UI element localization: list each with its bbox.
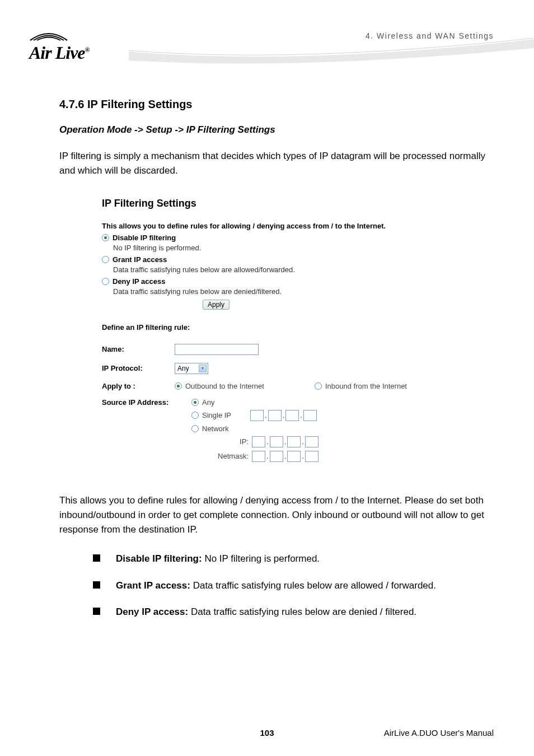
bullet-item: Disable IP filtering: No IP filtering is… bbox=[93, 552, 497, 566]
page-number: 103 bbox=[260, 728, 274, 738]
radio-icon bbox=[191, 412, 199, 419]
name-row: Name: bbox=[102, 344, 460, 355]
network-ip-label: IP: bbox=[217, 437, 249, 446]
src-any-radio[interactable]: Any bbox=[191, 398, 318, 407]
protocol-select[interactable]: Any ▾ bbox=[175, 363, 208, 374]
logo-text: Air Live® bbox=[29, 43, 90, 63]
mode-deny-sub: Data traffic satisfying rules below are … bbox=[113, 287, 460, 296]
src-label: Source IP Address: bbox=[102, 398, 191, 465]
radio-icon bbox=[102, 278, 109, 285]
define-rule-label: Define an IP filtering rule: bbox=[102, 323, 460, 332]
ip-octet-input[interactable] bbox=[270, 451, 283, 462]
mode-disable-sub: No IP filtering is performed. bbox=[113, 244, 460, 252]
bullet-list: Disable IP filtering: No IP filtering is… bbox=[93, 552, 497, 619]
radio-icon bbox=[102, 256, 109, 263]
ip-octet-input[interactable] bbox=[305, 436, 318, 447]
applyto-inbound-radio[interactable]: Inbound from the Internet bbox=[315, 382, 407, 390]
mode-disable-label: Disable IP filtering bbox=[113, 234, 176, 242]
after-screenshot-text: This allows you to define rules for allo… bbox=[59, 493, 497, 538]
radio-icon bbox=[191, 425, 199, 432]
radio-icon bbox=[102, 234, 109, 241]
ip-octet-input[interactable] bbox=[285, 410, 299, 421]
applyto-outbound-radio[interactable]: Outbound to the Internet bbox=[175, 382, 315, 390]
section-title: 4.7.6 IP Filtering Settings bbox=[59, 98, 497, 111]
ip-octet-input[interactable] bbox=[270, 436, 283, 447]
square-bullet-icon bbox=[93, 608, 100, 615]
mode-deny-radio[interactable]: Deny IP access bbox=[102, 277, 460, 286]
src-single-label: Single IP bbox=[202, 411, 247, 419]
applyto-inbound-label: Inbound from the Internet bbox=[325, 382, 407, 390]
network-netmask-label: Netmask: bbox=[217, 452, 249, 460]
radio-icon bbox=[315, 382, 322, 390]
single-ip-fields: . . . bbox=[250, 410, 317, 421]
screenshot-desc: This allows you to define rules for allo… bbox=[102, 222, 460, 230]
protocol-value: Any bbox=[177, 365, 189, 372]
ip-octet-input[interactable] bbox=[252, 436, 265, 447]
src-network-radio[interactable]: Network bbox=[191, 424, 318, 433]
mode-grant-sub: Data traffic satisfying rules below are … bbox=[113, 265, 460, 274]
network-netmask-row: Netmask: . . . bbox=[217, 451, 318, 462]
square-bullet-icon bbox=[93, 581, 100, 589]
chevron-down-icon: ▾ bbox=[199, 365, 207, 372]
header-swoosh bbox=[129, 38, 534, 72]
applyto-outbound-label: Outbound to the Internet bbox=[185, 382, 264, 390]
name-input[interactable] bbox=[175, 344, 259, 355]
logo-waves-icon bbox=[29, 25, 68, 44]
brand-logo: Air Live® bbox=[29, 25, 90, 63]
radio-icon bbox=[175, 382, 182, 390]
src-network-label: Network bbox=[202, 424, 229, 433]
ip-octet-input[interactable] bbox=[303, 410, 317, 421]
ip-octet-input[interactable] bbox=[287, 436, 301, 447]
apply-button[interactable]: Apply bbox=[203, 300, 229, 310]
screenshot-title: IP Filtering Settings bbox=[102, 198, 460, 209]
mode-deny-label: Deny IP access bbox=[113, 277, 165, 286]
src-any-label: Any bbox=[202, 398, 214, 407]
applyto-row: Apply to : Outbound to the Internet Inbo… bbox=[102, 382, 460, 390]
name-label: Name: bbox=[102, 345, 175, 353]
src-single-radio[interactable]: Single IP . . . bbox=[191, 410, 318, 421]
protocol-label: IP Protocol: bbox=[102, 364, 175, 372]
applyto-label: Apply to : bbox=[102, 382, 175, 390]
ip-octet-input[interactable] bbox=[252, 451, 265, 462]
mode-grant-label: Grant IP access bbox=[113, 255, 167, 264]
ip-octet-input[interactable] bbox=[250, 410, 264, 421]
square-bullet-icon bbox=[93, 554, 100, 562]
manual-title: AirLive A.DUO User's Manual bbox=[384, 728, 494, 738]
network-ip-row: IP: . . . bbox=[217, 436, 318, 447]
breadcrumb: Operation Mode -> Setup -> IP Filtering … bbox=[59, 124, 497, 136]
bullet-item: Deny IP access: Data traffic satisfying … bbox=[93, 605, 497, 619]
mode-grant-radio[interactable]: Grant IP access bbox=[102, 255, 460, 264]
ip-octet-input[interactable] bbox=[305, 451, 318, 462]
intro-text: IP filtering is simply a mechanism that … bbox=[59, 149, 497, 179]
ip-octet-input[interactable] bbox=[268, 410, 282, 421]
radio-icon bbox=[191, 399, 199, 406]
ip-octet-input[interactable] bbox=[287, 451, 301, 462]
protocol-row: IP Protocol: Any ▾ bbox=[102, 363, 460, 374]
mode-disable-radio[interactable]: Disable IP filtering bbox=[102, 234, 460, 242]
bullet-item: Grant IP access: Data traffic satisfying… bbox=[93, 579, 497, 592]
settings-screenshot: IP Filtering Settings This allows you to… bbox=[102, 198, 460, 465]
